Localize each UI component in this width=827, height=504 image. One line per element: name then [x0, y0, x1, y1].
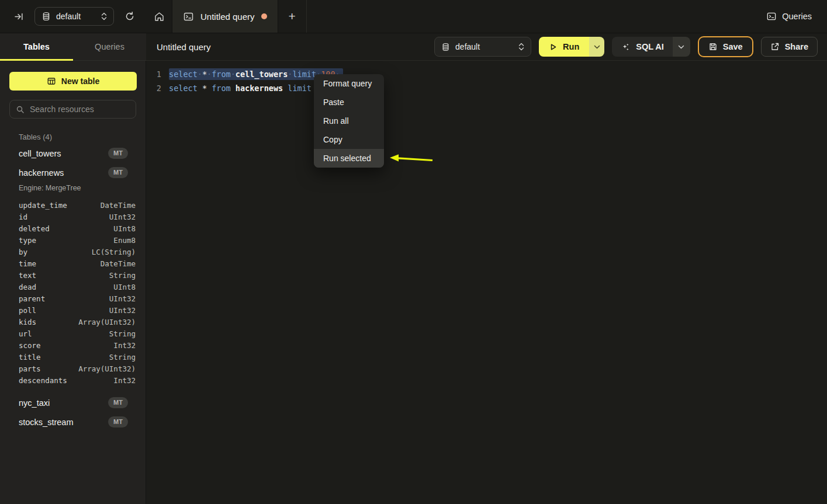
editor-toolbar: default Run: [434, 36, 818, 57]
column-row: pollUInt32: [0, 304, 146, 316]
column-name: parent: [19, 294, 45, 303]
top-bar-left: default: [0, 0, 146, 33]
sql-ai-button[interactable]: SQL AI: [612, 37, 673, 57]
column-type: UInt8: [113, 224, 136, 233]
sparkles-icon: [621, 42, 631, 52]
column-row: textString: [0, 269, 146, 281]
save-button[interactable]: Save: [698, 36, 753, 57]
new-table-button[interactable]: New table: [9, 72, 137, 91]
code-token: ·: [231, 69, 236, 79]
code-token: [231, 84, 236, 93]
share-button[interactable]: Share: [761, 37, 818, 57]
column-type: UInt8: [113, 283, 136, 291]
column-name: score: [19, 341, 41, 350]
home-button[interactable]: [146, 0, 172, 33]
column-type: Array(UInt32): [78, 318, 136, 326]
table-row[interactable]: stocks_streamMT: [0, 412, 146, 432]
code-line[interactable]: 2select * from hackernews limit: [146, 81, 827, 95]
column-type: String: [109, 271, 136, 280]
external-link-icon: [770, 42, 780, 51]
query-title: Untitled query: [157, 42, 211, 52]
column-type: Int32: [113, 341, 136, 350]
column-row: descendantsInt32: [0, 374, 146, 386]
column-name: dead: [19, 283, 36, 291]
search-box: [9, 100, 136, 119]
queries-button[interactable]: Queries: [766, 0, 827, 33]
menu-item[interactable]: Copy: [314, 130, 384, 149]
collapse-sidebar-button[interactable]: [11, 8, 27, 25]
engine-badge: MT: [108, 148, 128, 159]
run-label: Run: [563, 42, 579, 51]
share-label: Share: [785, 42, 808, 51]
collapse-sidebar-icon: [14, 12, 24, 22]
search-icon: [16, 105, 25, 114]
column-name: type: [19, 236, 36, 245]
column-type: String: [109, 353, 136, 362]
column-name: kids: [19, 318, 36, 326]
search-input[interactable]: [30, 105, 136, 114]
code-token: hackernews: [236, 84, 283, 93]
tab-strip: Untitled query +: [146, 0, 766, 33]
engine-label: Engine: MergeTree: [0, 182, 146, 196]
column-type: UInt32: [109, 213, 136, 221]
table-row[interactable]: nyc_taxiMT: [0, 393, 146, 412]
sidebar-tab-tables-label: Tables: [23, 42, 50, 51]
code-token: *: [202, 84, 207, 93]
database-selector-editor[interactable]: default: [434, 37, 531, 57]
column-row: partsArray(UInt32): [0, 363, 146, 374]
code-token: limit: [288, 84, 312, 93]
tab-title: Untitled query: [200, 12, 255, 22]
code-token: [207, 84, 212, 93]
menu-item[interactable]: Run selected: [314, 149, 384, 168]
menu-item[interactable]: Run all: [314, 112, 384, 130]
column-row: parentUInt32: [0, 293, 146, 304]
code-token: from: [212, 84, 231, 93]
database-selector-value: default: [56, 12, 81, 21]
unsaved-changes-dot: [261, 13, 267, 19]
tabstrip-divider: [306, 0, 307, 33]
menu-item[interactable]: Paste: [314, 93, 384, 112]
column-name: time: [19, 259, 36, 268]
sql-ai-options-button[interactable]: [673, 37, 690, 57]
home-icon: [154, 11, 165, 22]
tables-section-label: Tables (4): [0, 133, 146, 141]
database-selector-top[interactable]: default: [34, 7, 114, 26]
column-row: idUInt32: [0, 211, 146, 223]
updown-chevron-icon: [518, 43, 524, 51]
sidebar-tab-queries[interactable]: Queries: [73, 33, 146, 60]
sidebar-tab-tables[interactable]: Tables: [0, 33, 73, 60]
run-button[interactable]: Run: [539, 37, 589, 57]
updown-chevron-icon: [101, 12, 107, 20]
column-type: String: [109, 329, 136, 338]
code-token: select: [169, 69, 198, 79]
top-bar: default: [0, 0, 827, 33]
code-token: ·: [207, 69, 212, 79]
line-number: 2: [146, 84, 161, 93]
code-line[interactable]: 1select·*·from·cell_towers·limit·100·: [146, 67, 827, 81]
menu-item[interactable]: Format query: [314, 74, 384, 93]
table-name: nyc_taxi: [19, 398, 50, 408]
table-row[interactable]: hackernewsMT: [0, 163, 146, 182]
sql-editor[interactable]: 1select·*·from·cell_towers·limit·100·2se…: [146, 61, 827, 504]
table-row[interactable]: cell_towersMT: [0, 144, 146, 163]
column-name: text: [19, 271, 36, 280]
column-name: title: [19, 353, 41, 362]
save-label: Save: [723, 42, 743, 51]
refresh-button[interactable]: [122, 8, 138, 25]
code-token: limit: [292, 69, 316, 79]
database-selector-value: default: [455, 42, 480, 51]
save-icon: [708, 42, 718, 51]
column-type: Enum8: [113, 236, 136, 245]
column-type: LC(String): [92, 248, 136, 256]
code-lines: 1select·*·from·cell_towers·limit·100·2se…: [146, 67, 827, 95]
code-token: select: [169, 84, 198, 93]
code-token: cell_towers: [236, 69, 288, 79]
columns-list: update_timeDateTimeidUInt32deletedUInt8t…: [0, 196, 146, 393]
engine-badge: MT: [108, 167, 128, 178]
column-row: titleString: [0, 351, 146, 363]
tab-untitled-query[interactable]: Untitled query: [172, 0, 278, 33]
column-name: parts: [19, 364, 41, 373]
tables-list: cell_towersMThackernewsMTEngine: MergeTr…: [0, 144, 146, 432]
new-tab-button[interactable]: +: [278, 0, 306, 33]
run-options-button[interactable]: [589, 37, 604, 57]
